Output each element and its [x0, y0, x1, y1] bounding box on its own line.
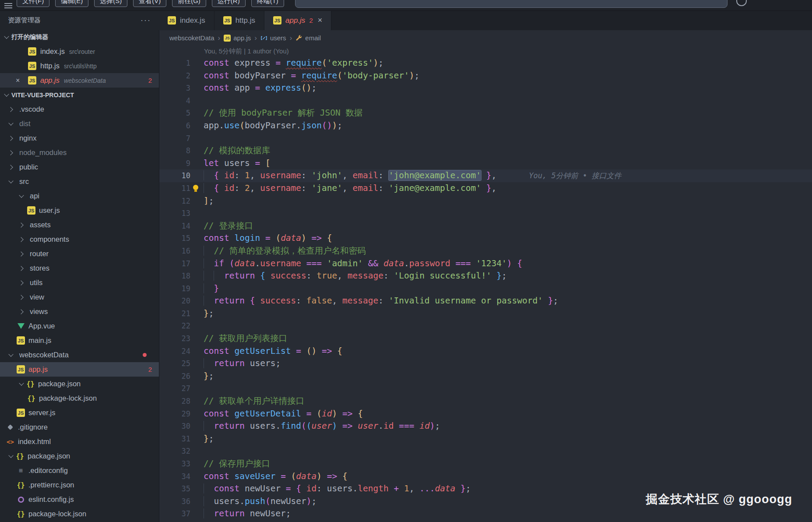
code-line-10[interactable]: 10 { id: 1, username: 'john', email: 'jo… — [159, 169, 812, 182]
tree-item-eslint.config.js[interactable]: eslint.config.js — [0, 492, 159, 507]
code-line-37[interactable]: 37 return newUser; — [159, 508, 812, 520]
tree-item-views[interactable]: views — [0, 304, 159, 319]
open-editor-http.js[interactable]: JShttp.jssrc\utils\http — [0, 59, 159, 73]
tree-item-user.js[interactable]: JSuser.js — [0, 203, 159, 218]
tree-item-assets[interactable]: assets — [0, 218, 159, 232]
code-line-21[interactable]: 21}; — [159, 307, 812, 320]
tree-item-app.js[interactable]: JSapp.js2 — [0, 362, 159, 377]
tree-item-.gitignore[interactable]: .gitignore — [0, 420, 159, 434]
code-line-14[interactable]: 14// 登录接口 — [159, 220, 812, 233]
code-area[interactable]: 1const express = require('express');2con… — [159, 57, 812, 522]
js-file-icon: JS — [27, 206, 35, 215]
tree-item-src[interactable]: src — [0, 174, 159, 189]
open-editor-index.js[interactable]: JSindex.jssrc\router — [0, 44, 159, 59]
code-line-9[interactable]: 9let users = [ — [159, 157, 812, 170]
code-line-16[interactable]: 16 // 简单的登录模拟，检查用户名和密码 — [159, 245, 812, 257]
code-line-32[interactable]: 32 — [159, 445, 812, 458]
tree-item-package-lock.json[interactable]: {}package-lock.json — [0, 507, 159, 521]
tab-index.js[interactable]: JSindex.js — [159, 11, 214, 30]
tree-item-router[interactable]: router — [0, 247, 159, 261]
command-center-search[interactable] — [295, 0, 728, 8]
tree-item-label: assets — [30, 221, 51, 229]
code-line-6[interactable]: 6app.use(bodyParser.json()); — [159, 120, 812, 132]
code-line-1[interactable]: 1const express = require('express'); — [159, 57, 812, 70]
code-line-24[interactable]: 24const getUserList = () => { — [159, 345, 812, 358]
code-line-13[interactable]: 13 — [159, 207, 812, 220]
menu-item-0[interactable]: 文件(F) — [17, 0, 49, 7]
code-line-15[interactable]: 15const login = (data) => { — [159, 232, 812, 245]
code-line-7[interactable]: 7 — [159, 132, 812, 145]
json-file-icon: {} — [17, 481, 25, 489]
close-icon[interactable]: × — [318, 16, 323, 25]
tree-item-main.js[interactable]: JSmain.js — [0, 333, 159, 348]
menu-item-4[interactable]: 前往(G) — [172, 0, 206, 7]
code-line-26[interactable]: 26}; — [159, 370, 812, 383]
code-line-8[interactable]: 8// 模拟的数据库 — [159, 145, 812, 157]
tree-item-.vscode[interactable]: .vscode — [0, 102, 159, 116]
code-line-22[interactable]: 22 — [159, 320, 812, 332]
code-line-4[interactable]: 4 — [159, 95, 812, 107]
code-line-2[interactable]: 2const bodyParser = require('body-parser… — [159, 70, 812, 82]
tree-item-components[interactable]: components — [0, 232, 159, 247]
tree-item-.prettierrc.json[interactable]: {}.prettierrc.json — [0, 478, 159, 492]
tree-item-utils[interactable]: utils — [0, 275, 159, 290]
code-line-34[interactable]: 34const saveUser = (data) => { — [159, 470, 812, 483]
tree-item-node_modules[interactable]: node_modules — [0, 145, 159, 160]
breadcrumb-item-users[interactable]: users — [260, 34, 286, 42]
tree-item-view[interactable]: view — [0, 290, 159, 304]
code-line-5[interactable]: 5// 使用 bodyParser 解析 JSON 数据 — [159, 107, 812, 120]
tab-label: http.js — [236, 16, 255, 25]
tree-item-package-lock.json[interactable]: {}package-lock.json — [0, 391, 159, 406]
tree-item-server.js[interactable]: JSserver.js — [0, 406, 159, 420]
code-line-28[interactable]: 28// 获取单个用户详情接口 — [159, 395, 812, 408]
code-line-17[interactable]: 17 if (data.username === 'admin' && data… — [159, 257, 812, 270]
lightbulb-icon[interactable] — [193, 185, 198, 190]
code-line-18[interactable]: 18 return { success: true, message: 'Log… — [159, 270, 812, 282]
tree-item-webscoketData[interactable]: webscoketData — [0, 348, 159, 362]
code-line-38[interactable]: 38}; — [159, 520, 812, 522]
tree-item-public[interactable]: public — [0, 160, 159, 174]
code-line-23[interactable]: 23// 获取用户列表接口 — [159, 332, 812, 345]
code-line-11[interactable]: 11 { id: 2, username: 'jane', email: 'ja… — [159, 182, 812, 195]
open-editor-app.js[interactable]: ×JSapp.jswebscoketData2 — [0, 73, 159, 88]
tree-item-dist[interactable]: dist — [0, 116, 159, 131]
breadcrumb-item-email[interactable]: email — [295, 34, 321, 42]
code-line-31[interactable]: 31}; — [159, 433, 812, 445]
tree-item-api[interactable]: api — [0, 189, 159, 203]
tab-app.js[interactable]: JSapp.js2× — [264, 11, 331, 30]
project-section-header[interactable]: VITE-VUE3-PROJECT — [0, 88, 159, 102]
code-line-25[interactable]: 25 return users; — [159, 357, 812, 370]
tree-item-.editorconfig[interactable]: ≡.editorconfig — [0, 463, 159, 478]
line-number: 12 — [159, 195, 190, 208]
code-line-3[interactable]: 3const app = express(); — [159, 82, 812, 95]
code-line-19[interactable]: 19 } — [159, 282, 812, 295]
code-line-29[interactable]: 29const getUserDetail = (id) => { — [159, 408, 812, 420]
code-line-27[interactable]: 27 — [159, 382, 812, 395]
tree-item-nginx[interactable]: nginx — [0, 131, 159, 145]
tab-http.js[interactable]: JShttp.js — [214, 11, 264, 30]
account-icon[interactable] — [736, 0, 747, 6]
menu-item-3[interactable]: 查看(V) — [133, 0, 166, 7]
menu-item-6[interactable]: 终端(T) — [251, 0, 284, 7]
code-line-20[interactable]: 20 return { success: false, message: 'In… — [159, 295, 812, 307]
codelens-annotation[interactable]: You, 5分钟前 | 1 author (You) — [159, 46, 812, 57]
menu-item-1[interactable]: 编辑(E) — [55, 0, 88, 7]
tree-item-stores[interactable]: stores — [0, 261, 159, 275]
tree-item-index.html[interactable]: <>index.html — [0, 434, 159, 449]
tree-item-App.vue[interactable]: App.vue — [0, 319, 159, 333]
breadcrumb-item-webscoketData[interactable]: webscoketData — [169, 34, 214, 42]
close-icon[interactable]: × — [16, 77, 28, 85]
menu-item-2[interactable]: 选择(S) — [94, 0, 127, 7]
more-actions-icon[interactable]: ··· — [141, 16, 151, 25]
code-line-12[interactable]: 12]; — [159, 195, 812, 208]
menu-hamburger-icon[interactable] — [4, 2, 12, 8]
tree-item-package.json[interactable]: {}package.json — [0, 377, 159, 391]
open-editors-section-header[interactable]: 打开的编辑器 — [0, 30, 159, 44]
code-editor[interactable]: webscoketData›JSapp.js›users›email You, … — [159, 30, 812, 522]
tree-item-package.json[interactable]: {}package.json — [0, 449, 159, 463]
breadcrumb-item-app.js[interactable]: JSapp.js — [224, 34, 251, 42]
tree-item-label: .vscode — [19, 105, 44, 113]
menu-item-5[interactable]: 运行(R) — [212, 0, 246, 7]
code-line-33[interactable]: 33// 保存用户接口 — [159, 458, 812, 470]
code-line-30[interactable]: 30 return users.find((user) => user.id =… — [159, 420, 812, 433]
